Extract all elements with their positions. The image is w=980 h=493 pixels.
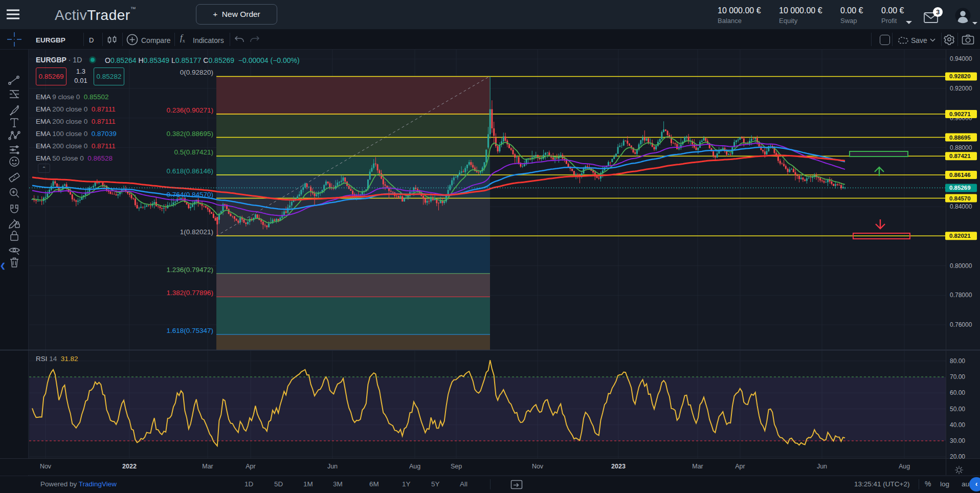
svg-text:0.92000: 0.92000 xyxy=(950,85,972,92)
svg-text:70.00: 70.00 xyxy=(950,373,965,380)
svg-text:0(0.92820): 0(0.92820) xyxy=(180,69,213,76)
svg-text:0.5(0.87421): 0.5(0.87421) xyxy=(174,148,213,156)
svg-text:0.84570: 0.84570 xyxy=(949,195,971,201)
svg-text:1.382(0.77896): 1.382(0.77896) xyxy=(166,289,213,297)
svg-text:0.236(0.90271): 0.236(0.90271) xyxy=(166,106,213,114)
svg-text:40.00: 40.00 xyxy=(950,421,965,429)
svg-text:2023: 2023 xyxy=(611,463,626,470)
svg-text:Aug: Aug xyxy=(899,463,910,470)
svg-text:Jun: Jun xyxy=(817,463,827,470)
svg-text:0.88695: 0.88695 xyxy=(949,135,971,141)
svg-text:0.86146: 0.86146 xyxy=(949,172,971,178)
svg-text:Nov: Nov xyxy=(40,463,52,470)
svg-text:0.618(0.86146): 0.618(0.86146) xyxy=(166,167,213,175)
svg-text:0.85269: 0.85269 xyxy=(949,185,971,191)
svg-text:0.88000: 0.88000 xyxy=(950,144,972,151)
svg-text:0.80000: 0.80000 xyxy=(950,262,972,270)
svg-text:Nov: Nov xyxy=(532,463,544,470)
svg-text:1.236(0.79472): 1.236(0.79472) xyxy=(166,266,213,274)
svg-text:Aug: Aug xyxy=(409,463,420,470)
svg-text:Sep: Sep xyxy=(451,463,462,470)
svg-text:1.618(0.75347): 1.618(0.75347) xyxy=(166,327,213,334)
svg-text:0.82021: 0.82021 xyxy=(949,233,971,239)
svg-text:80.00: 80.00 xyxy=(950,357,965,365)
svg-text:0.76000: 0.76000 xyxy=(950,321,972,328)
svg-text:0.90271: 0.90271 xyxy=(949,111,971,117)
svg-text:0.87421: 0.87421 xyxy=(949,153,971,159)
svg-text:Apr: Apr xyxy=(246,463,255,470)
svg-text:Mar: Mar xyxy=(202,463,213,470)
svg-text:0.94000: 0.94000 xyxy=(950,55,972,62)
svg-text:0.84000: 0.84000 xyxy=(950,203,972,210)
svg-text:0.92820: 0.92820 xyxy=(949,73,971,79)
svg-text:50.00: 50.00 xyxy=(950,406,965,413)
svg-text:0.764(0.84570): 0.764(0.84570) xyxy=(166,191,213,198)
svg-text:Jun: Jun xyxy=(327,463,338,470)
svg-text:0.382(0.88695): 0.382(0.88695) xyxy=(166,130,213,138)
svg-text:2022: 2022 xyxy=(122,463,137,470)
svg-text:Mar: Mar xyxy=(692,463,703,470)
svg-text:Apr: Apr xyxy=(735,463,745,470)
svg-text:60.00: 60.00 xyxy=(950,389,965,396)
svg-text:1(0.82021): 1(0.82021) xyxy=(180,228,213,236)
svg-text:0.78000: 0.78000 xyxy=(950,292,972,299)
svg-text:30.00: 30.00 xyxy=(950,437,965,444)
